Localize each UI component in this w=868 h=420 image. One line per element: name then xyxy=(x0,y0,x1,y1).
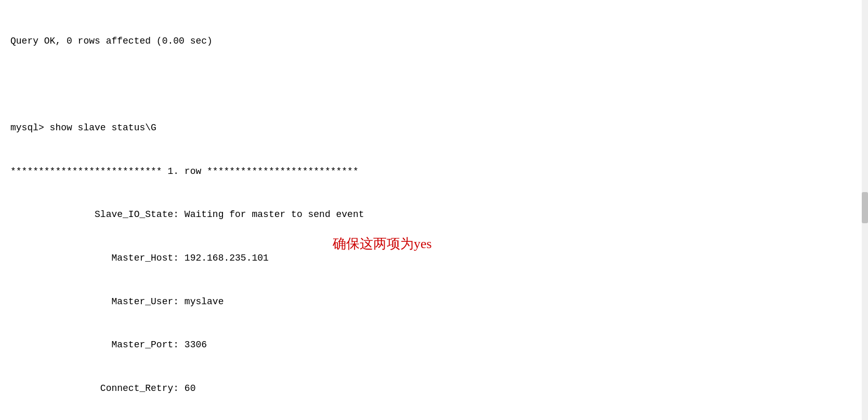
annotation-text: 确保这两项为yes xyxy=(333,234,432,254)
connect-retry-line: Connect_Retry: 60 xyxy=(10,382,858,396)
slave-io-state-line: Slave_IO_State: Waiting for master to se… xyxy=(10,208,858,222)
terminal-output: Query OK, 0 rows affected (0.00 sec) mys… xyxy=(10,5,858,420)
master-user-line: Master_User: myslave xyxy=(10,295,858,309)
scrollbar[interactable] xyxy=(862,0,868,420)
scrollbar-thumb[interactable] xyxy=(862,192,868,223)
master-port-line: Master_Port: 3306 xyxy=(10,338,858,353)
mysql-cmd-line: mysql> show slave status\G xyxy=(10,121,858,136)
blank-line-1 xyxy=(10,77,858,92)
master-host-line: Master_Host: 192.168.235.101 xyxy=(10,251,858,266)
stars-line: *************************** 1. row *****… xyxy=(10,165,858,179)
query-ok-line: Query OK, 0 rows affected (0.00 sec) xyxy=(10,34,858,49)
